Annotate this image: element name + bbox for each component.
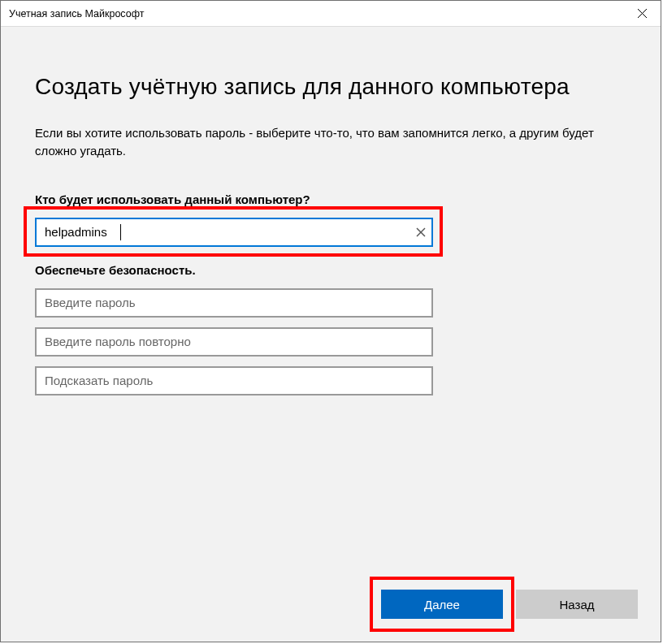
text-caret [120,224,121,240]
next-button[interactable]: Далее [381,590,503,619]
password-hint-input[interactable] [35,366,433,395]
dialog-content: Создать учётную запись для данного компь… [1,27,661,642]
page-heading: Создать учётную запись для данного компь… [35,74,626,100]
back-button[interactable]: Назад [516,590,638,619]
titlebar: Учетная запись Майкрософт [1,1,661,27]
security-fields [35,288,626,395]
username-label: Кто будет использовать данный компьютер? [35,192,626,206]
username-input-wrap [35,218,435,247]
dialog-window: Учетная запись Майкрософт Создать учётну… [0,0,661,642]
password-input[interactable] [35,288,433,318]
security-label: Обеспечьте безопасность. [35,263,626,277]
password-confirm-input[interactable] [35,327,433,357]
username-input[interactable] [35,218,433,247]
clear-icon [416,227,426,237]
clear-input-button[interactable] [414,225,428,240]
page-description: Если вы хотите использовать пароль - выб… [35,124,626,160]
close-button[interactable] [623,1,661,27]
window-title: Учетная запись Майкрософт [9,8,144,19]
close-icon [638,9,647,18]
next-button-wrap: Далее [381,590,503,619]
dialog-footer: Далее Назад [381,590,638,619]
